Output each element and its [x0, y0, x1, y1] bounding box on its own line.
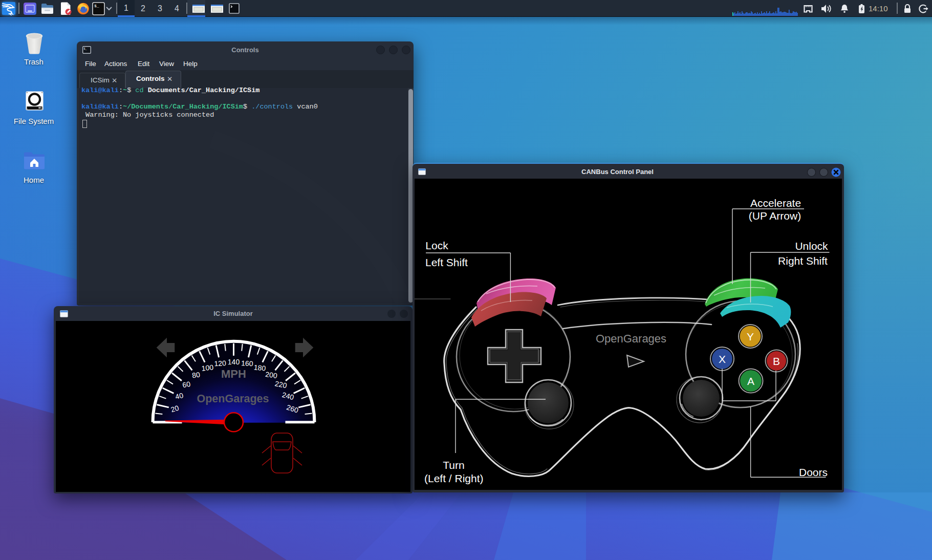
svg-text:120: 120 [214, 359, 226, 368]
svg-text:Left Shift: Left Shift [425, 256, 468, 268]
svg-text:OpenGarages: OpenGarages [197, 393, 269, 405]
svg-text:Unlock: Unlock [795, 240, 828, 252]
svg-text:140: 140 [228, 358, 240, 366]
svg-text:(Left / Right): (Left / Right) [424, 472, 484, 484]
svg-text:Accelerate: Accelerate [750, 197, 801, 209]
svg-text:(UP Arrow): (UP Arrow) [749, 210, 801, 222]
svg-text:100: 100 [201, 363, 214, 372]
svg-text:Doors: Doors [799, 466, 828, 478]
svg-text:Right Shift: Right Shift [778, 255, 828, 267]
svg-text:180: 180 [253, 363, 266, 372]
svg-text:60: 60 [182, 380, 191, 390]
svg-text:160: 160 [241, 359, 253, 368]
svg-text:Y: Y [747, 331, 754, 342]
svg-text:X: X [719, 353, 726, 365]
svg-text:A: A [747, 375, 754, 387]
svg-text:OpenGarages: OpenGarages [596, 332, 666, 345]
svg-text:B: B [773, 355, 780, 367]
svg-text:Turn: Turn [443, 459, 464, 471]
svg-text:$_: $_ [94, 4, 99, 8]
svg-text:MPH: MPH [221, 368, 246, 380]
svg-text:Lock: Lock [425, 240, 448, 251]
svg-text:80: 80 [191, 370, 201, 379]
